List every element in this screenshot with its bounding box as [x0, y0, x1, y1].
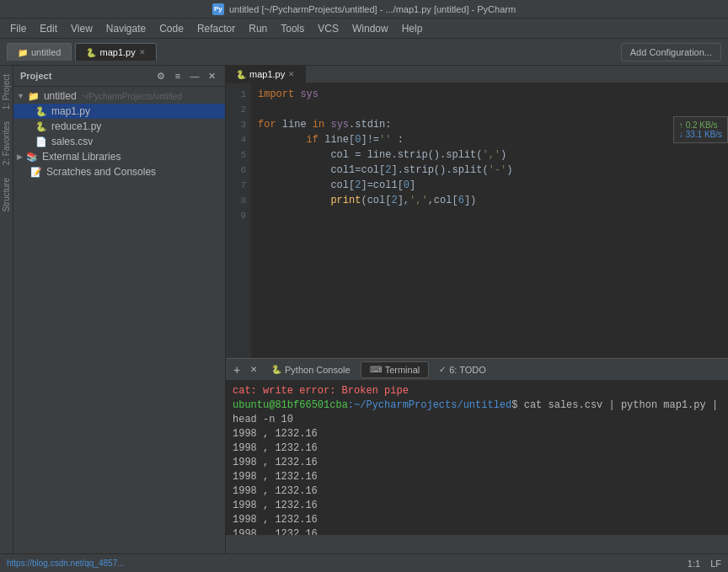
speed-down: ↓ 33.1 KB/s — [679, 130, 722, 139]
titlebar: Py untitled [~/PycharmProjects/untitled]… — [0, 0, 728, 19]
tree-label-salescsv: sales.csv — [51, 136, 93, 147]
terminal-tabs: + ✕ 🐍 Python Console ⌨ Terminal ✓ 6: TOD… — [226, 359, 728, 381]
terminal-output-2: 1998 , 1232.16 — [233, 441, 721, 456]
terminal-output-5: 1998 , 1232.16 — [233, 484, 721, 499]
csv-file-icon: 📄 — [35, 136, 47, 147]
menubar: File Edit View Navigate Code Refactor Ru… — [0, 19, 728, 39]
sidebar-sort-icon[interactable]: ≡ — [171, 69, 185, 83]
sidebar: Project ⚙ ≡ — ✕ ▼ 📁 untitled ~/PycharmPr… — [13, 66, 226, 553]
sidebar-item-favorites[interactable]: 2: Favorites — [1, 116, 12, 170]
menu-help[interactable]: Help — [395, 21, 430, 36]
tree-item-reduce1py[interactable]: 🐍 reduce1.py — [13, 119, 225, 134]
menu-navigate[interactable]: Navigate — [99, 21, 153, 36]
editor-tab-map1py[interactable]: 🐍 map1.py ✕ — [226, 66, 306, 83]
tree-item-external-libs[interactable]: ▶ 📚 External Libraries — [13, 149, 225, 164]
tree-label-scratches: Scratches and Consoles — [46, 166, 156, 178]
tree-label-ext-libs: External Libraries — [42, 151, 120, 163]
terminal-output-8: 1998 , 1232.16 — [233, 527, 721, 535]
menu-code[interactable]: Code — [153, 21, 190, 36]
tab-close-icon[interactable]: ✕ — [139, 48, 146, 56]
sidebar-settings-icon[interactable]: ⚙ — [154, 69, 168, 83]
statusbar-url: https://blog.csdn.net/qq_4857... — [7, 559, 125, 568]
editor-area: 🐍 map1.py ✕ 1 2 3 4 5 6 7 8 9 import sys — [226, 66, 728, 377]
menu-vcs[interactable]: VCS — [311, 21, 345, 36]
speed-up: ↑ 0.2 KB/s — [679, 120, 722, 130]
terminal-output-3: 1998 , 1232.16 — [233, 456, 721, 470]
sidebar-header: Project ⚙ ≡ — ✕ — [13, 66, 225, 87]
menu-tools[interactable]: Tools — [274, 21, 311, 36]
python-console-icon: 🐍 — [271, 365, 281, 374]
project-tab[interactable]: 📁 untitled — [7, 43, 72, 61]
todo-icon: ✓ — [439, 365, 446, 374]
tree-label-reduce1py: reduce1.py — [51, 120, 101, 132]
main-row: 🐍 map1.py ✕ 1 2 3 4 5 6 7 8 9 import sys — [226, 66, 728, 553]
tree-path-untitled: ~/PycharmProjects/untitled — [82, 92, 182, 101]
folder-icon: 📁 — [28, 91, 40, 102]
menu-edit[interactable]: Edit — [33, 21, 64, 36]
sidebar-title: Project — [20, 71, 151, 81]
terminal-close-button[interactable]: ✕ — [246, 362, 261, 377]
cursor-position: 1:1 — [688, 559, 700, 569]
menu-view[interactable]: View — [64, 21, 99, 36]
tree-arrow-ext-icon: ▶ — [17, 152, 23, 161]
tree-item-untitled[interactable]: ▼ 📁 untitled ~/PycharmProjects/untitled — [13, 88, 225, 104]
tab-terminal[interactable]: ⌨ Terminal — [361, 361, 430, 378]
py-icon: 🐍 — [236, 70, 246, 79]
terminal-output-6: 1998 , 1232.16 — [233, 499, 721, 513]
line-numbers: 1 2 3 4 5 6 7 8 9 — [226, 83, 251, 377]
content-wrapper: 1: Project 2: Favorites Structure Projec… — [0, 66, 728, 553]
terminal-icon: ⌨ — [370, 365, 382, 374]
tree-label-untitled: untitled — [44, 90, 77, 102]
left-vertical-tabs: 1: Project 2: Favorites Structure — [0, 66, 13, 553]
ext-libs-icon: 📚 — [26, 152, 38, 163]
project-tree: ▼ 📁 untitled ~/PycharmProjects/untitled … — [13, 87, 225, 553]
tree-item-scratches[interactable]: 📝 Scratches and Consoles — [13, 164, 225, 179]
terminal-output-1: 1998 , 1232.16 — [233, 427, 721, 441]
python-file-icon-2: 🐍 — [35, 121, 47, 132]
sidebar-item-project[interactable]: 1: Project — [1, 69, 12, 115]
tree-label-map1py: map1.py — [51, 105, 90, 117]
tab-python-console[interactable]: 🐍 Python Console — [263, 362, 359, 377]
scratches-icon: 📝 — [30, 167, 42, 178]
sidebar-close-icon[interactable]: ✕ — [205, 69, 218, 83]
window-title: untitled [~/PycharmProjects/untitled] - … — [229, 4, 516, 14]
statusbar-right: 1:1 LF — [688, 559, 721, 569]
menu-run[interactable]: Run — [242, 21, 274, 36]
terminal-output-4: 1998 , 1232.16 — [233, 470, 721, 484]
file-tab[interactable]: 🐍 map1.py ✕ — [75, 43, 156, 61]
code-editor[interactable]: import sys for line in sys.stdin: if lin… — [251, 83, 728, 377]
sidebar-collapse-icon[interactable]: — — [188, 69, 201, 83]
speed-overlay: ↑ 0.2 KB/s ↓ 33.1 KB/s — [673, 116, 728, 143]
code-area[interactable]: 1 2 3 4 5 6 7 8 9 import sys for line in… — [226, 83, 728, 377]
editor-tabs: 🐍 map1.py ✕ — [226, 66, 728, 83]
menu-refactor[interactable]: Refactor — [190, 21, 242, 36]
editor-tab-close-icon[interactable]: ✕ — [288, 70, 295, 78]
terminal-output-7: 1998 , 1232.16 — [233, 513, 721, 527]
terminal-line-error: cat: write error: Broken pipe — [233, 384, 721, 398]
app-icon: Py — [212, 3, 224, 15]
tree-item-salescsv[interactable]: 📄 sales.csv — [13, 134, 225, 149]
sidebar-item-structure[interactable]: Structure — [1, 173, 12, 217]
line-ending: LF — [710, 559, 721, 569]
python-file-icon: 🐍 — [35, 106, 47, 117]
terminal-add-button[interactable]: + — [229, 362, 244, 377]
terminal-content[interactable]: cat: write error: Broken pipe ubuntu@81b… — [226, 381, 728, 535]
terminal-line-prompt: ubuntu@81bf66501cba:~/PycharmProjects/un… — [233, 398, 721, 427]
toolbar: 📁 untitled 🐍 map1.py ✕ Add Configuration… — [0, 39, 728, 66]
menu-file[interactable]: File — [3, 21, 33, 36]
terminal-area: + ✕ 🐍 Python Console ⌨ Terminal ✓ 6: TOD… — [226, 358, 728, 535]
tree-arrow-icon: ▼ — [17, 92, 24, 100]
statusbar: https://blog.csdn.net/qq_4857... 1:1 LF — [0, 553, 728, 572]
tab-todo[interactable]: ✓ 6: TODO — [431, 362, 495, 377]
add-configuration-button[interactable]: Add Configuration... — [621, 43, 721, 61]
tree-item-map1py[interactable]: 🐍 map1.py — [13, 104, 225, 119]
menu-window[interactable]: Window — [345, 21, 395, 36]
